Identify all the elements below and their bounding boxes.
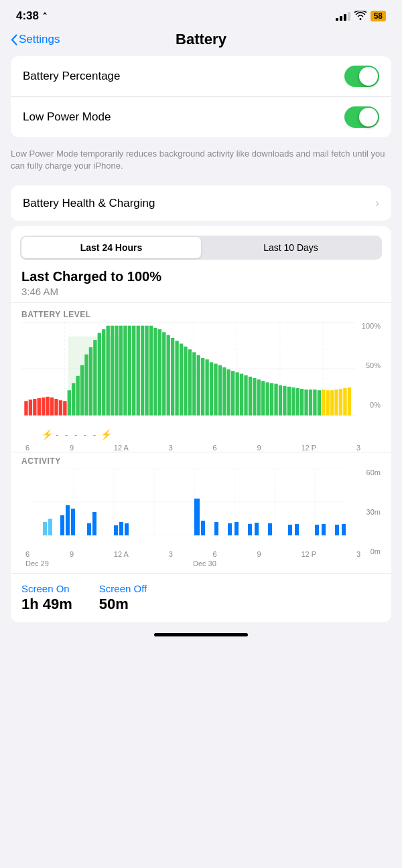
svg-rect-36 — [132, 326, 135, 416]
signal-bar-4 — [348, 12, 350, 21]
screen-off-label: Screen Off — [99, 583, 147, 594]
svg-rect-32 — [115, 326, 118, 416]
battery-settings-card: Battery Percentage Low Power Mode — [11, 56, 391, 137]
battery-percentage-label: Battery Percentage — [23, 70, 121, 83]
svg-rect-105 — [119, 522, 123, 535]
nav-header: Settings Battery — [0, 28, 402, 56]
svg-rect-21 — [68, 391, 71, 416]
svg-rect-58 — [227, 369, 230, 416]
svg-rect-113 — [255, 523, 259, 535]
svg-rect-50 — [192, 353, 196, 416]
svg-rect-34 — [123, 326, 127, 416]
svg-rect-71 — [283, 386, 286, 416]
time-segmented-control[interactable]: Last 24 Hours Last 10 Days — [20, 236, 382, 260]
svg-rect-97 — [43, 522, 47, 535]
svg-rect-25 — [84, 355, 88, 416]
page-title: Battery — [176, 31, 226, 48]
last-10-days-tab[interactable]: Last 10 Days — [201, 237, 381, 258]
svg-rect-28 — [98, 333, 101, 416]
activity-chart-section: ACTIVITY 60m 30m 0m — [11, 452, 391, 573]
svg-rect-83 — [334, 389, 338, 416]
svg-rect-39 — [145, 326, 148, 416]
battery-health-row[interactable]: Battery Health & Charging › — [11, 185, 391, 221]
svg-rect-11 — [29, 400, 32, 416]
svg-rect-56 — [218, 365, 222, 416]
last-24-hours-tab[interactable]: Last 24 Hours — [21, 237, 201, 258]
svg-rect-120 — [342, 524, 346, 535]
date-labels-row: Dec 29 Dec 30 — [21, 558, 381, 573]
screen-on-stat: Screen On 1h 49m — [21, 583, 72, 613]
svg-rect-30 — [106, 326, 109, 416]
svg-rect-73 — [291, 387, 295, 416]
svg-rect-44 — [167, 335, 170, 416]
svg-rect-62 — [244, 375, 247, 416]
time-display: 4:38 — [16, 9, 39, 23]
svg-rect-101 — [71, 509, 75, 535]
svg-rect-64 — [253, 378, 256, 416]
svg-rect-72 — [287, 387, 291, 416]
svg-rect-82 — [330, 391, 334, 416]
svg-rect-114 — [268, 523, 272, 535]
low-power-mode-toggle[interactable] — [344, 106, 379, 128]
svg-rect-103 — [92, 512, 96, 535]
svg-rect-10 — [24, 402, 27, 416]
svg-rect-119 — [335, 525, 339, 535]
svg-rect-85 — [343, 388, 346, 416]
svg-rect-69 — [274, 384, 277, 416]
svg-rect-99 — [60, 515, 64, 535]
last-charged-title: Last Charged to 100% — [21, 269, 381, 284]
svg-rect-29 — [102, 329, 105, 416]
activity-chart-wrapper: 60m 30m 0m — [21, 468, 381, 549]
svg-rect-38 — [141, 326, 144, 416]
activity-chart-label: ACTIVITY — [21, 456, 381, 466]
usage-card: Last 24 Hours Last 10 Days Last Charged … — [11, 226, 391, 622]
date-label-dec30: Dec 30 — [193, 559, 277, 568]
battery-health-card[interactable]: Battery Health & Charging › — [11, 185, 391, 221]
svg-rect-79 — [318, 391, 321, 416]
svg-rect-31 — [111, 326, 114, 416]
signal-bars — [336, 12, 350, 21]
svg-rect-112 — [248, 524, 252, 535]
back-label: Settings — [19, 33, 60, 46]
svg-rect-48 — [184, 347, 187, 416]
wifi-icon — [354, 11, 366, 22]
screen-stats-section: Screen On 1h 49m Screen Off 50m — [11, 573, 391, 622]
svg-rect-81 — [326, 391, 330, 416]
svg-rect-57 — [222, 367, 226, 416]
svg-rect-53 — [205, 359, 208, 416]
svg-rect-24 — [80, 365, 84, 416]
svg-rect-45 — [171, 338, 174, 416]
battery-percentage-row[interactable]: Battery Percentage — [11, 56, 391, 97]
svg-rect-60 — [235, 373, 239, 416]
svg-rect-51 — [197, 355, 200, 416]
svg-rect-46 — [175, 341, 178, 416]
activity-x-labels: 6 9 12 A 3 6 9 12 P 3 — [21, 549, 381, 558]
svg-rect-14 — [42, 398, 45, 416]
svg-rect-12 — [33, 399, 36, 416]
svg-rect-59 — [231, 371, 234, 416]
low-power-mode-row[interactable]: Low Power Mode — [11, 97, 391, 137]
activity-svg — [21, 468, 381, 535]
svg-rect-107 — [194, 499, 200, 535]
location-icon — [42, 12, 48, 20]
home-indicator[interactable] — [154, 633, 248, 636]
svg-rect-118 — [322, 524, 326, 535]
svg-rect-116 — [295, 524, 299, 535]
svg-rect-35 — [128, 326, 131, 416]
svg-rect-49 — [188, 349, 192, 416]
svg-rect-68 — [270, 383, 273, 416]
svg-rect-42 — [158, 329, 161, 416]
status-time: 4:38 — [16, 9, 48, 23]
back-button[interactable]: Settings — [11, 33, 60, 46]
date-label-dec29: Dec 29 — [25, 559, 109, 568]
last-charged-section: Last Charged to 100% 3:46 AM — [11, 260, 391, 303]
svg-rect-17 — [54, 399, 58, 416]
svg-rect-76 — [304, 389, 308, 416]
svg-rect-65 — [257, 379, 261, 416]
battery-percentage-toggle[interactable] — [344, 66, 379, 87]
battery-chart-section: BATTERY LEVEL 100% 50% 0% — [11, 303, 391, 452]
screen-off-value: 50m — [99, 596, 147, 613]
battery-x-labels: 6 9 12 A 3 6 9 12 P 3 — [21, 442, 381, 452]
svg-rect-117 — [315, 525, 319, 535]
svg-rect-67 — [265, 383, 269, 416]
